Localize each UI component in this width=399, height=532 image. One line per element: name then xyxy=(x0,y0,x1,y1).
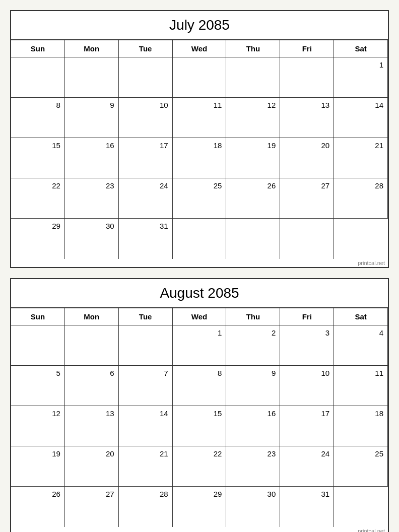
day-cell: 31 xyxy=(119,219,173,259)
day-cell: 4 xyxy=(334,325,388,366)
day-cell: 6 xyxy=(65,366,119,406)
day-cell: 7 xyxy=(119,366,173,406)
day-cell: 2 xyxy=(226,325,280,366)
day-cell xyxy=(119,57,173,98)
header-wed: Wed xyxy=(173,40,227,57)
day-cell: 19 xyxy=(11,446,65,487)
day-cell xyxy=(65,325,119,366)
header-mon: Mon xyxy=(65,40,119,57)
day-cell: 15 xyxy=(173,406,227,446)
watermark: printcal.net xyxy=(11,259,388,267)
day-cell xyxy=(65,57,119,98)
header-sun: Sun xyxy=(11,40,65,57)
day-cell: 9 xyxy=(65,98,119,138)
day-cell xyxy=(280,57,334,98)
day-cell: 10 xyxy=(280,366,334,406)
day-cell: 29 xyxy=(11,219,65,259)
day-cell xyxy=(226,219,280,259)
day-cell xyxy=(11,57,65,98)
day-cell xyxy=(173,57,227,98)
day-cell: 1 xyxy=(173,325,227,366)
august-grid: Sun Mon Tue Wed Thu Fri Sat 1 2 3 4 5 6 … xyxy=(11,308,388,527)
header-thu: Thu xyxy=(226,308,280,325)
day-cell: 11 xyxy=(334,366,388,406)
day-cell: 10 xyxy=(119,98,173,138)
august-title: August 2085 xyxy=(11,279,388,308)
day-cell: 14 xyxy=(334,98,388,138)
header-sun: Sun xyxy=(11,308,65,325)
day-cell xyxy=(280,219,334,259)
day-cell: 14 xyxy=(119,406,173,446)
august-calendar: August 2085 Sun Mon Tue Wed Thu Fri Sat … xyxy=(10,278,389,532)
day-cell: 11 xyxy=(173,98,227,138)
day-cell: 13 xyxy=(280,98,334,138)
day-cell: 8 xyxy=(173,366,227,406)
day-cell: 27 xyxy=(280,178,334,219)
day-cell: 25 xyxy=(173,178,227,219)
header-mon: Mon xyxy=(65,308,119,325)
day-cell: 17 xyxy=(280,406,334,446)
header-tue: Tue xyxy=(119,308,173,325)
day-cell: 28 xyxy=(119,487,173,527)
day-cell: 23 xyxy=(226,446,280,487)
day-cell: 23 xyxy=(65,178,119,219)
day-cell xyxy=(334,487,388,527)
day-cell: 3 xyxy=(280,325,334,366)
header-sat: Sat xyxy=(334,40,388,57)
day-cell: 17 xyxy=(119,138,173,178)
day-cell: 12 xyxy=(226,98,280,138)
day-cell: 21 xyxy=(334,138,388,178)
day-cell: 16 xyxy=(226,406,280,446)
header-fri: Fri xyxy=(280,308,334,325)
day-cell: 25 xyxy=(334,446,388,487)
day-cell xyxy=(334,219,388,259)
day-cell: 28 xyxy=(334,178,388,219)
day-cell: 22 xyxy=(11,178,65,219)
day-cell: 20 xyxy=(65,446,119,487)
day-cell: 18 xyxy=(334,406,388,446)
day-cell: 24 xyxy=(119,178,173,219)
day-cell: 26 xyxy=(11,487,65,527)
day-cell xyxy=(11,325,65,366)
day-cell: 30 xyxy=(65,219,119,259)
day-cell: 30 xyxy=(226,487,280,527)
july-grid: Sun Mon Tue Wed Thu Fri Sat 1 8 9 10 11 … xyxy=(11,40,388,259)
day-cell: 9 xyxy=(226,366,280,406)
day-cell: 13 xyxy=(65,406,119,446)
day-cell: 5 xyxy=(11,366,65,406)
day-cell: 16 xyxy=(65,138,119,178)
day-cell: 18 xyxy=(173,138,227,178)
day-cell: 19 xyxy=(226,138,280,178)
header-wed: Wed xyxy=(173,308,227,325)
day-cell: 15 xyxy=(11,138,65,178)
day-cell: 20 xyxy=(280,138,334,178)
header-thu: Thu xyxy=(226,40,280,57)
july-calendar: July 2085 Sun Mon Tue Wed Thu Fri Sat 1 … xyxy=(10,10,389,268)
day-cell: 29 xyxy=(173,487,227,527)
day-cell: 27 xyxy=(65,487,119,527)
day-cell: 22 xyxy=(173,446,227,487)
day-cell: 8 xyxy=(11,98,65,138)
day-cell xyxy=(119,325,173,366)
day-cell: 1 xyxy=(334,57,388,98)
day-cell xyxy=(173,219,227,259)
day-cell: 21 xyxy=(119,446,173,487)
day-cell: 12 xyxy=(11,406,65,446)
header-tue: Tue xyxy=(119,40,173,57)
day-cell: 26 xyxy=(226,178,280,219)
day-cell xyxy=(226,57,280,98)
watermark: printcal.net xyxy=(11,527,388,532)
day-cell: 31 xyxy=(280,487,334,527)
header-sat: Sat xyxy=(334,308,388,325)
header-fri: Fri xyxy=(280,40,334,57)
day-cell: 24 xyxy=(280,446,334,487)
july-title: July 2085 xyxy=(11,11,388,40)
